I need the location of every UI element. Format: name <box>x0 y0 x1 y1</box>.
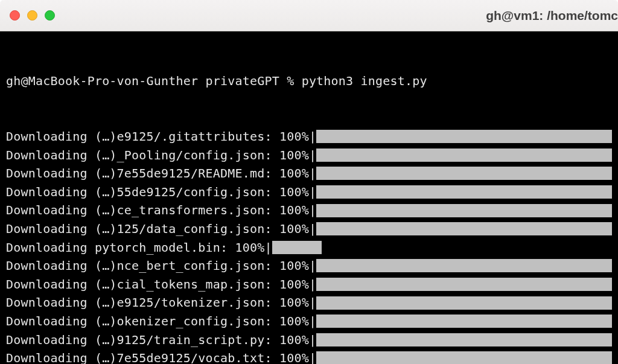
download-text: Downloading (…)e9125/.gitattributes: 100… <box>6 127 316 146</box>
download-text: Downloading (…)7e55de9125/README.md: 100… <box>6 164 316 183</box>
download-line: Downloading (…)e9125/.gitattributes: 100… <box>6 127 612 146</box>
close-button[interactable] <box>10 10 20 21</box>
prompt-line: gh@MacBook-Pro-von-Gunther privateGPT % … <box>6 72 612 91</box>
download-text: Downloading (…)55de9125/config.json: 100… <box>6 183 316 202</box>
download-line: Downloading (…)okenizer_config.json: 100… <box>6 312 612 331</box>
prompt-text: gh@MacBook-Pro-von-Gunther privateGPT % … <box>6 72 427 91</box>
download-line: Downloading (…)cial_tokens_map.json: 100… <box>6 275 612 294</box>
progress-bar-fill <box>272 241 322 254</box>
download-text: Downloading (…)9125/train_script.py: 100… <box>6 331 316 350</box>
progress-bar-fill <box>316 130 612 143</box>
terminal-body[interactable]: gh@MacBook-Pro-von-Gunther privateGPT % … <box>0 31 618 364</box>
minimize-button[interactable] <box>27 10 37 21</box>
progress-bar-fill <box>316 167 612 180</box>
download-line: Downloading (…)nce_bert_config.json: 100… <box>6 257 612 275</box>
progress-bar-fill <box>316 333 612 346</box>
window-titlebar[interactable]: gh@vm1: /home/tomc <box>0 0 618 31</box>
progress-bar-fill <box>316 296 612 310</box>
download-text: Downloading pytorch_model.bin: 100%| <box>6 238 272 257</box>
download-text: Downloading (…)_Pooling/config.json: 100… <box>6 146 316 165</box>
download-text: Downloading (…)7e55de9125/vocab.txt: 100… <box>6 349 316 364</box>
download-text: Downloading (…)ce_transformers.json: 100… <box>6 201 316 220</box>
download-text: Downloading (…)cial_tokens_map.json: 100… <box>6 275 316 294</box>
download-line: Downloading (…)55de9125/config.json: 100… <box>6 183 612 202</box>
progress-bar-fill <box>316 148 612 162</box>
download-line: Downloading (…)7e55de9125/README.md: 100… <box>6 164 612 183</box>
progress-bar-fill <box>316 315 612 328</box>
progress-bar-fill <box>316 278 612 291</box>
download-line: Downloading (…)125/data_config.json: 100… <box>6 220 612 238</box>
progress-bar-fill <box>316 185 612 199</box>
terminal-window: gh@vm1: /home/tomc gh@MacBook-Pro-von-Gu… <box>0 0 618 364</box>
progress-bar-fill <box>316 351 612 364</box>
window-title: gh@vm1: /home/tomc <box>486 8 618 23</box>
download-line: Downloading (…)_Pooling/config.json: 100… <box>6 146 612 165</box>
progress-bar-fill <box>316 259 612 272</box>
download-line: Downloading (…)ce_transformers.json: 100… <box>6 201 612 220</box>
progress-bar-fill <box>316 204 612 217</box>
download-line: Downloading pytorch_model.bin: 100%| <box>6 238 612 257</box>
download-line: Downloading (…)7e55de9125/vocab.txt: 100… <box>6 349 612 364</box>
download-text: Downloading (…)okenizer_config.json: 100… <box>6 312 316 331</box>
download-text: Downloading (…)125/data_config.json: 100… <box>6 220 316 238</box>
maximize-button[interactable] <box>45 10 55 21</box>
download-text: Downloading (…)nce_bert_config.json: 100… <box>6 257 316 275</box>
download-text: Downloading (…)e9125/tokenizer.json: 100… <box>6 293 316 312</box>
traffic-lights <box>10 10 55 21</box>
download-line: Downloading (…)9125/train_script.py: 100… <box>6 331 612 350</box>
progress-bar-fill <box>316 222 612 235</box>
download-line: Downloading (…)e9125/tokenizer.json: 100… <box>6 293 612 312</box>
